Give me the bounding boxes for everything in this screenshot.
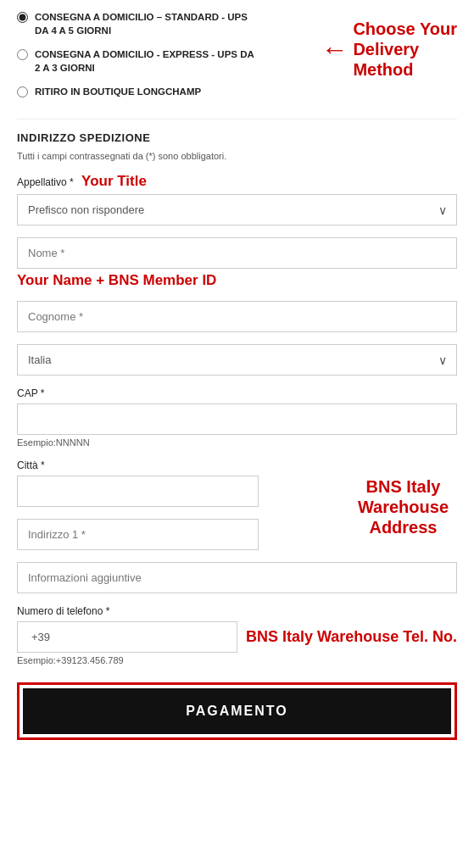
cap-label: CAP *	[17, 387, 457, 399]
phone-input[interactable]	[64, 621, 237, 653]
name-input[interactable]	[17, 237, 457, 269]
boutique-label: RITIRO IN BOUTIQUE LONGCHAMP	[35, 85, 201, 98]
phone-annotation: BNS Italy Warehouse Tel. No.	[246, 628, 457, 646]
address-input[interactable]	[17, 519, 259, 550]
section-title: INDIRIZZO SPEDIZIONE	[17, 131, 457, 144]
city-address-wrapper: BNS Italy Warehouse Address Città *	[17, 459, 457, 550]
country-field-group: Italia Francia Germania	[17, 344, 457, 376]
title-select-wrapper: Prefisco non rispondere Sig. Sig.ra	[17, 194, 457, 225]
express-label: CONSEGNA A DOMICILIO - EXPRESS - UPS DA …	[35, 47, 259, 75]
delivery-option-standard[interactable]: CONSEGNA A DOMICILIO – STANDARD - UPS DA…	[17, 10, 259, 37]
extra-info-input[interactable]	[17, 562, 457, 593]
cap-hint: Esempio:NNNNN	[17, 437, 457, 448]
boutique-radio[interactable]	[17, 86, 28, 97]
country-select-wrapper: Italia Francia Germania	[17, 344, 457, 376]
shipping-section: INDIRIZZO SPEDIZIONE Tutti i campi contr…	[17, 131, 457, 665]
lastname-field-group	[17, 301, 457, 332]
city-label: Città *	[17, 459, 259, 471]
name-annotation: Your Name + BNS Member ID	[17, 272, 457, 289]
bns-address-annotation: BNS Italy Warehouse Address	[358, 476, 449, 537]
country-select[interactable]: Italia Francia Germania	[17, 344, 457, 376]
title-select[interactable]: Prefisco non rispondere Sig. Sig.ra	[17, 194, 457, 225]
phone-label: Numero di telefono *	[17, 605, 457, 617]
phone-row: +39 BNS Italy Warehouse Tel. No.	[17, 621, 457, 653]
standard-label: CONSEGNA A DOMICILIO – STANDARD - UPS DA…	[35, 10, 259, 37]
standard-radio[interactable]	[17, 12, 28, 23]
title-annotation: Your Title	[81, 173, 147, 189]
delivery-options: CONSEGNA A DOMICILIO – STANDARD - UPS DA…	[17, 10, 259, 98]
main-container: CONSEGNA A DOMICILIO – STANDARD - UPS DA…	[0, 0, 474, 757]
payment-button[interactable]: PAGAMENTO	[23, 688, 451, 734]
divider	[17, 119, 457, 120]
delivery-annotation-text: Choose Your Delivery Method	[353, 19, 457, 80]
express-radio[interactable]	[17, 49, 28, 60]
cap-input[interactable]	[17, 403, 457, 435]
delivery-section: CONSEGNA A DOMICILIO – STANDARD - UPS DA…	[17, 10, 457, 98]
payment-button-wrapper: PAGAMENTO	[17, 682, 457, 740]
delivery-option-boutique[interactable]: RITIRO IN BOUTIQUE LONGCHAMP	[17, 85, 259, 98]
address-field-group	[17, 519, 259, 550]
extra-info-field-group	[17, 562, 457, 593]
delivery-annotation: ← Choose Your Delivery Method	[321, 19, 457, 80]
phone-field-group: Numero di telefono * +39 BNS Italy Wareh…	[17, 605, 457, 665]
cap-field-group: CAP * Esempio:NNNNN	[17, 387, 457, 448]
title-label: Appellativo * Your Title	[17, 173, 457, 190]
required-note: Tutti i campi contrassegnati da (*) sono…	[17, 151, 457, 161]
title-field-group: Appellativo * Your Title Prefisco non ri…	[17, 173, 457, 225]
city-input[interactable]	[17, 476, 259, 507]
phone-prefix: +39	[17, 621, 64, 653]
delivery-option-express[interactable]: CONSEGNA A DOMICILIO - EXPRESS - UPS DA …	[17, 47, 259, 75]
lastname-input[interactable]	[17, 301, 457, 332]
arrow-left-icon: ←	[321, 36, 348, 63]
phone-hint: Esempio:+39123.456.789	[17, 655, 457, 665]
name-field-group: Your Name + BNS Member ID	[17, 237, 457, 289]
city-field-group: Città *	[17, 459, 259, 507]
